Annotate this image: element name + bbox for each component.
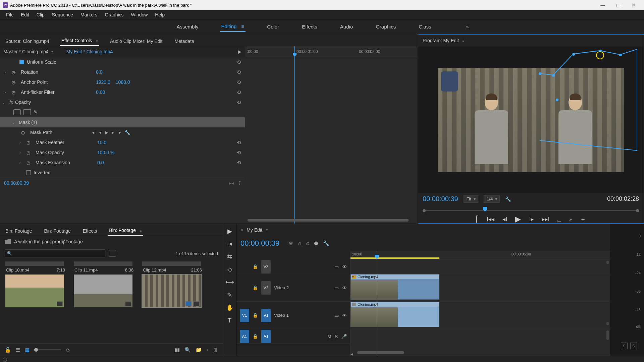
lock-icon[interactable]: 🔒 — [253, 334, 258, 339]
overflow-icon[interactable]: » — [569, 217, 572, 222]
program-timecode[interactable]: 00:00:00:39 — [423, 195, 458, 203]
type-tool-icon[interactable]: T — [226, 316, 234, 324]
step-forward-icon[interactable]: I▸ — [529, 216, 534, 223]
stopwatch-icon[interactable]: ◷ — [25, 149, 32, 156]
reset-icon[interactable]: ⟲ — [236, 160, 241, 166]
project-search-input[interactable]: 🔍 — [5, 249, 105, 257]
source-patch-a1[interactable]: A1 — [240, 330, 249, 343]
reset-icon[interactable]: ⟲ — [236, 69, 241, 75]
export-frame-icon[interactable]: ⤴ — [238, 180, 241, 186]
stopwatch-icon[interactable]: ◷ — [25, 139, 32, 146]
mask-expansion-value[interactable]: 0.0 — [97, 160, 109, 165]
mask-1-row[interactable]: ⌄ Mask (1) — [0, 117, 245, 127]
wrench-icon[interactable]: 🔧 — [124, 130, 130, 135]
tab-effect-controls[interactable]: Effect Controls ≡ — [60, 36, 99, 46]
slip-tool-icon[interactable]: ⟷ — [226, 278, 234, 286]
settings-wrench-icon[interactable]: 🔧 — [505, 196, 511, 202]
reset-icon[interactable]: ⟲ — [236, 149, 241, 156]
play-indicator-icon[interactable]: ▶ — [238, 49, 241, 54]
workspace-class[interactable]: Class — [417, 22, 433, 32]
new-item-icon[interactable]: ▫ — [207, 347, 208, 353]
toggle-output-icon[interactable]: ▭ — [334, 313, 339, 318]
workspace-menu-icon[interactable]: ≡ — [241, 23, 245, 29]
minimize-button[interactable]: — — [595, 0, 610, 10]
sequence-name[interactable]: My Edit — [247, 227, 262, 233]
stopwatch-icon[interactable]: ◷ — [10, 69, 17, 75]
workspace-editing[interactable]: Editing ≡ — [220, 21, 246, 32]
inverted-checkbox[interactable] — [26, 170, 31, 175]
bin-folder-icon[interactable] — [5, 239, 11, 244]
track-v2-header[interactable]: 🔒 V2 Video 2 ▭👁 — [236, 274, 350, 302]
stopwatch-icon[interactable]: ◷ — [25, 159, 32, 166]
ec-timecode[interactable]: 00:00:00:39 — [4, 180, 29, 186]
snap-icon[interactable]: ❄ — [289, 240, 293, 246]
go-to-in-icon[interactable]: I◂◂ — [487, 216, 494, 223]
mask-feather-value[interactable]: 10.0 — [97, 140, 112, 145]
expand-icon[interactable]: › — [19, 141, 25, 144]
panel-menu-icon[interactable]: ≡ — [140, 229, 142, 233]
mark-in-icon[interactable]: ⎡ — [476, 216, 479, 223]
workspace-audio[interactable]: Audio — [339, 22, 354, 32]
close-button[interactable]: ✕ — [626, 0, 641, 10]
panel-menu-icon[interactable]: ≡ — [266, 228, 268, 232]
tab-bin-2[interactable]: Bin: Footage — [43, 226, 72, 236]
linked-selection-icon[interactable]: ⎌ — [306, 240, 309, 246]
tab-bin-1[interactable]: Bin: Footage — [4, 226, 33, 236]
thumb-size-slider[interactable] — [34, 349, 61, 350]
clip-thumbnail[interactable]: Clip 11.mp46:36 — [74, 261, 134, 307]
solo-icon[interactable]: S — [335, 334, 338, 339]
find-icon[interactable]: 🔍 — [184, 347, 191, 353]
pen-tool-icon[interactable]: ✎ — [226, 291, 234, 299]
tab-bin-3[interactable]: Bin: Footage ≡ — [108, 226, 143, 236]
panel-menu-icon[interactable]: ≡ — [462, 39, 464, 43]
track-forward-1frame-icon[interactable]: I▸ — [117, 130, 121, 135]
razor-tool-icon[interactable]: ◇ — [226, 265, 234, 274]
anchor-y-value[interactable]: 1080.0 — [116, 79, 136, 85]
mask-point-highlight[interactable] — [596, 51, 604, 59]
project-breadcrumb[interactable]: A walk in the park.prproj\Footage — [14, 239, 83, 244]
workspace-assembly[interactable]: Assembly — [175, 22, 200, 32]
add-button-icon[interactable]: ＋ — [580, 215, 586, 223]
solo-left-button[interactable]: S — [621, 343, 628, 349]
new-bin-icon[interactable]: 📁 — [196, 347, 202, 353]
work-area-bar[interactable] — [351, 257, 439, 259]
tab-metadata[interactable]: Metadata — [173, 37, 195, 46]
lock-icon[interactable]: 🔒 — [253, 264, 258, 269]
tab-source[interactable]: Source: Cloning.mp4 — [4, 37, 51, 46]
marker-icon[interactable]: ⬣ — [314, 240, 318, 246]
v-scroll-thumb[interactable] — [606, 330, 609, 340]
track-target-a1[interactable]: A1 — [261, 330, 271, 343]
timeline-clip-v2[interactable]: fxCloning.mp4 — [351, 274, 439, 300]
close-sequence-icon[interactable]: × — [240, 227, 243, 233]
menu-graphics[interactable]: Graphics — [102, 11, 127, 18]
ellipse-mask-icon[interactable] — [13, 109, 21, 115]
track-play-icon[interactable]: ▶ — [105, 130, 108, 135]
menu-sequence[interactable]: Sequence — [49, 11, 76, 18]
expand-icon[interactable]: › — [5, 70, 10, 74]
reset-icon[interactable]: ⟲ — [236, 89, 241, 96]
track-target-v2[interactable]: V2 — [261, 281, 271, 295]
track-back-1frame-icon[interactable]: ◂I — [92, 130, 96, 135]
anchor-x-value[interactable]: 1920.0 — [96, 79, 116, 85]
icon-view-icon[interactable]: ▦ — [25, 347, 30, 353]
ec-timeline-area[interactable]: :00:00 00:00:01:00 00:00:02:00 — [245, 46, 417, 224]
mask-opacity-value[interactable]: 100.0 % — [97, 150, 120, 155]
track-v3-header[interactable]: 🔒 V3 ▭👁 — [236, 259, 350, 274]
expand-icon[interactable]: › — [19, 151, 25, 155]
fx-badge-icon[interactable]: fx — [9, 100, 13, 105]
menu-markers[interactable]: Markers — [77, 11, 101, 18]
voice-record-icon[interactable]: 🎤 — [341, 334, 347, 339]
selection-tool-icon[interactable]: ▶ — [226, 227, 234, 235]
stopwatch-icon[interactable]: ◷ — [19, 129, 26, 136]
track-target-v1[interactable]: V1 — [261, 309, 271, 322]
menu-file[interactable]: File — [3, 11, 17, 18]
lock-icon[interactable]: 🔒 — [253, 285, 258, 290]
chevron-down-icon[interactable]: ▾ — [51, 50, 53, 53]
pen-mask-icon[interactable]: ✎ — [34, 109, 41, 115]
expand-icon[interactable]: › — [19, 161, 25, 165]
toggle-output-icon[interactable]: ▭ — [334, 285, 339, 291]
rectangle-mask-icon[interactable] — [23, 109, 31, 115]
track-forward-icon[interactable]: ▸ — [112, 130, 114, 135]
lift-icon[interactable]: ⎵ — [557, 216, 561, 223]
track-a1-header[interactable]: A1 🔒 A1 M S 🎤 — [236, 329, 350, 344]
